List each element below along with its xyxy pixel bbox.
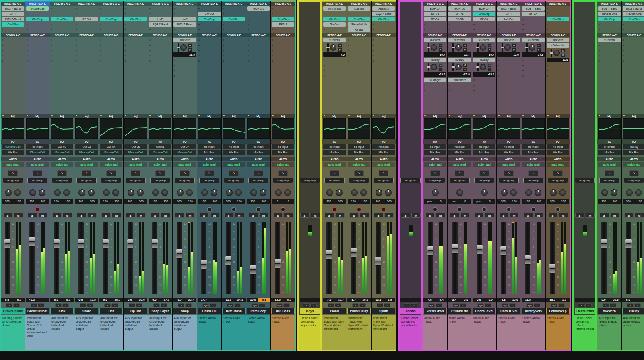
send-slot-empty[interactable] [597, 48, 621, 53]
group-assignment[interactable]: no group [324, 178, 345, 183]
insert-chnlstrp[interactable]: ChnlStrp [100, 17, 122, 21]
track-name[interactable]: PrChrsLdV [448, 308, 471, 314]
automation-mode-selector[interactable]: auto read [100, 162, 122, 167]
insert-chnlstrp[interactable]: ChnlStrp [272, 17, 294, 21]
track-name[interactable]: EchoVoxLp [546, 308, 570, 314]
pan-knob[interactable] [275, 189, 282, 196]
group-assignment[interactable]: no group [199, 178, 219, 183]
dyn-voice-button[interactable]: dyn [276, 303, 283, 307]
pan-value-right[interactable]: 100 [185, 199, 196, 204]
send-slot-empty[interactable] [546, 68, 570, 73]
insert-mini-grand[interactable]: Mini Grand [323, 6, 346, 11]
insert-slot-empty[interactable] [222, 6, 246, 11]
dyn-voice-button[interactable]: dyn [252, 303, 258, 307]
send-slot-empty[interactable] [148, 53, 172, 58]
pan-value-right[interactable]: 100 [634, 199, 644, 204]
send-mute-button[interactable]: M [438, 43, 443, 48]
automation-mode-selector[interactable]: auto read [51, 162, 73, 167]
pan-value-right[interactable]: 0 [283, 199, 294, 204]
group-assignment[interactable]: no group [624, 178, 644, 183]
send-level-knob[interactable] [431, 44, 437, 51]
insert-reverb-one[interactable]: Reverb One [623, 12, 644, 16]
pan-value-left[interactable]: 100 [124, 199, 136, 204]
input-path-selector[interactable]: no input [198, 144, 221, 149]
pan-knob[interactable] [481, 189, 488, 196]
pan-value-right[interactable]: 0 [435, 199, 446, 204]
solo-button[interactable]: S [575, 213, 584, 218]
send-slot-empty[interactable] [521, 73, 545, 79]
mute-button[interactable]: M [534, 213, 543, 218]
options-icon[interactable]: ≡ [411, 303, 417, 307]
solo-button[interactable]: S [374, 213, 383, 218]
automation-mode-selector[interactable]: auto read [424, 162, 446, 167]
send-mute-button[interactable]: M [188, 43, 192, 48]
insert-slot-empty[interactable] [50, 11, 74, 17]
send-pre-button[interactable]: P [561, 53, 566, 57]
insert-autopan[interactable]: AutoPan [497, 17, 520, 21]
options-icon[interactable]: ≡ [335, 303, 341, 307]
solo-button[interactable]: S [52, 213, 62, 218]
insert-eq3-7-band[interactable]: EQ3 7-Band [522, 6, 545, 11]
insert-slot-empty[interactable] [148, 27, 172, 32]
group-assignment[interactable]: no group [575, 178, 595, 183]
send-slot-empty[interactable] [271, 48, 295, 53]
output-path-selector[interactable]: Mix Bus [247, 150, 270, 155]
send-mini-fader[interactable] [327, 43, 329, 52]
send-slot-empty[interactable] [74, 37, 99, 43]
send-slot-empty[interactable] [124, 58, 148, 64]
send-slot-empty[interactable] [99, 37, 123, 43]
insert-slot-empty[interactable] [99, 11, 123, 17]
input-path-selector[interactable]: Out 02 [51, 144, 73, 149]
output-path-selector[interactable]: Mix Bus [198, 150, 221, 155]
solo-button[interactable]: S [624, 213, 634, 218]
group-assignment[interactable]: no group [349, 178, 369, 183]
pan-knob[interactable] [501, 189, 508, 196]
mute-button[interactable]: M [112, 213, 121, 218]
pan-knob[interactable] [63, 189, 70, 196]
track-name[interactable]: 808 Bass [271, 308, 295, 314]
output-path-selector[interactable]: Mix Bus [348, 150, 370, 155]
record-enable-button[interactable] [482, 207, 487, 212]
output-path-selector[interactable]: Mix Bus [522, 150, 545, 155]
pan-value-left[interactable]: pan [473, 199, 484, 204]
volume-value[interactable]: 0.0 [75, 298, 87, 302]
track-comments[interactable]: Instrument Track with GrooveCell virtual… [25, 315, 50, 350]
send-mini-fader[interactable] [502, 43, 503, 52]
pan-knob[interactable] [351, 189, 358, 196]
track-comments[interactable]: Aux Input for GrooveCell individual outp… [148, 315, 172, 350]
track-name[interactable]: Hat [99, 308, 123, 314]
send-slot-empty[interactable] [25, 37, 50, 43]
send-slot-empty[interactable] [99, 48, 123, 53]
output-path-selector[interactable]: Mix Bus [2, 150, 24, 155]
eq-curve-display[interactable] [547, 118, 569, 139]
input-path-selector[interactable]: no input [522, 144, 545, 149]
send-slot-empty[interactable] [521, 58, 545, 63]
eq-curve-display[interactable] [149, 118, 171, 139]
send-slot-empty[interactable] [372, 53, 396, 58]
solo-button[interactable]: S [499, 213, 508, 218]
group-assignment[interactable]: no group [175, 178, 195, 183]
volume-fader-track[interactable] [626, 222, 631, 294]
solo-button[interactable]: S [77, 213, 86, 218]
insert-lo-fi[interactable]: Lo-Fi [497, 12, 520, 16]
volume-fader-track[interactable] [326, 222, 332, 294]
solo-button[interactable]: S [600, 213, 609, 218]
send-slot-empty[interactable] [372, 37, 396, 43]
volume-fader-cap[interactable] [29, 237, 35, 246]
input-path-selector[interactable]: Out 04 [100, 144, 122, 149]
peak-value[interactable]: 0.6 [258, 298, 270, 302]
insert-slot-empty[interactable] [423, 22, 447, 27]
track-comments[interactable]: Aux Input for GrooveCell individual outp… [99, 315, 123, 350]
pan-knob[interactable] [550, 189, 557, 196]
pan-knob[interactable] [5, 189, 12, 196]
eq-curve-display[interactable] [448, 118, 471, 139]
playlist-icon[interactable]: ▪ [178, 303, 184, 307]
options-icon[interactable]: ≡ [585, 303, 592, 307]
send-mini-fader[interactable] [428, 43, 429, 52]
volume-fader-cap[interactable] [4, 239, 10, 248]
peak-value[interactable] [634, 298, 644, 302]
pan-knob[interactable] [456, 189, 463, 196]
eq-curve-display[interactable] [623, 118, 644, 139]
peak-value[interactable]: -3.3 [460, 298, 471, 302]
insert-rt-sat[interactable]: RT Sat [75, 17, 98, 21]
